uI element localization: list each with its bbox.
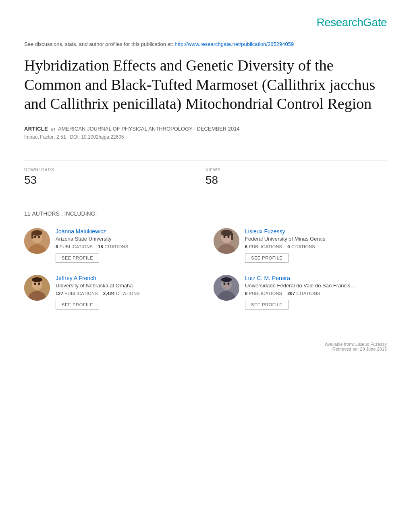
avatar-0: [24, 228, 50, 254]
impact-factor: Impact Factor: 2.51: [24, 134, 66, 140]
retrieved-date: Retrieved on: 29 June 2015: [24, 347, 387, 351]
svg-rect-6: [31, 232, 33, 239]
svg-point-18: [38, 283, 40, 285]
author-institution-2: University of Nebraska at Omaha: [56, 283, 197, 289]
article-title: Hybridization Effects and Genetic Divers…: [24, 56, 387, 114]
see-profile-button-3[interactable]: SEE PROFILE: [245, 300, 289, 310]
author-info-3: Luiz C. M. Pereira Universidade Federal …: [245, 275, 387, 310]
cit-label-0: CITATIONS: [104, 244, 128, 249]
views-value: 58: [206, 174, 387, 187]
svg-point-11: [228, 236, 230, 238]
pub-label-0: PUBLICATIONS: [60, 244, 93, 249]
author-institution-0: Arizona State University: [56, 236, 197, 242]
svg-rect-13: [231, 233, 233, 240]
pub-label-2: PUBLICATIONS: [64, 291, 98, 296]
doi-value: DOI: 10.1002/ajpa.22605: [70, 134, 124, 140]
svg-point-10: [224, 236, 226, 238]
svg-point-26: [224, 285, 228, 287]
svg-point-3: [34, 236, 36, 238]
downloads-value: 53: [24, 174, 206, 187]
svg-point-23: [224, 283, 226, 285]
author-card-1: Lisieux Fuzessy Federal University of Mi…: [214, 228, 387, 263]
author-info-2: Jeffrey A French University of Nebraska …: [56, 275, 197, 310]
cit-count-1: 0: [287, 244, 290, 249]
author-info-1: Lisieux Fuzessy Federal University of Mi…: [245, 228, 387, 263]
author-card-3: Luiz C. M. Pereira Universidade Federal …: [214, 275, 387, 310]
svg-point-12: [221, 230, 232, 236]
impact-doi-row: Impact Factor: 2.51 · DOI: 10.1002/ajpa.…: [24, 134, 387, 140]
pub-count-0: 6: [56, 244, 58, 249]
author-card-2: Jeffrey A French University of Nebraska …: [24, 275, 197, 310]
author-stats-0: 6 PUBLICATIONS 18 CITATIONS: [56, 244, 197, 249]
see-discussions-text: See discussions, stats, and author profi…: [24, 41, 173, 47]
cit-count-0: 18: [98, 244, 103, 249]
authors-label: AUTHORS: [32, 210, 59, 217]
cit-count-3: 207: [287, 291, 295, 296]
downloads-label: DOWNLOADS: [24, 168, 206, 172]
views-label: VIEWS: [206, 168, 387, 172]
see-discussions-bar: See discussions, stats, and author profi…: [24, 41, 387, 47]
avatar-1: [214, 228, 239, 254]
author-stats-1: 6 PUBLICATIONS 0 CITATIONS: [245, 244, 387, 249]
stats-row: DOWNLOADS 53 VIEWS 58: [24, 160, 387, 194]
authors-count: 11: [24, 210, 31, 217]
svg-point-24: [228, 283, 230, 285]
author-institution-1: Federal University of Minas Gerais: [245, 236, 387, 242]
author-card-0: Joanna Malukiewicz Arizona State Univers…: [24, 228, 197, 263]
pub-count-3: 8: [245, 291, 247, 296]
author-info-0: Joanna Malukiewicz Arizona State Univers…: [56, 228, 197, 263]
cit-label-3: CITATIONS: [297, 291, 320, 296]
avatar-2: [24, 275, 50, 301]
pub-label-1: PUBLICATIONS: [249, 244, 282, 249]
see-profile-button-2[interactable]: SEE PROFILE: [56, 300, 99, 310]
author-institution-3: Universidade Federal do Vale do São Fran…: [245, 283, 387, 289]
avatar-3: [214, 275, 239, 301]
authors-suffix: , INCLUDING:: [61, 210, 97, 217]
article-type-label: ARTICLE: [24, 126, 48, 132]
pub-label-3: PUBLICATIONS: [249, 291, 282, 296]
cit-count-2: 2,424: [103, 291, 115, 296]
see-profile-button-0[interactable]: SEE PROFILE: [56, 253, 99, 263]
svg-point-19: [32, 277, 42, 282]
article-meta-row: ARTICLE in AMERICAN JOURNAL OF PHYSICAL …: [24, 126, 387, 132]
svg-point-17: [34, 283, 36, 285]
researchgate-logo: ResearchGate: [316, 16, 387, 29]
see-profile-button-1[interactable]: SEE PROFILE: [245, 253, 289, 263]
authors-grid: Joanna Malukiewicz Arizona State Univers…: [24, 228, 387, 310]
available-from: Available from: Lisieux Fuzessy: [24, 342, 387, 347]
svg-point-25: [221, 277, 232, 282]
pub-count-2: 127: [56, 291, 63, 296]
views-stat: VIEWS 58: [206, 168, 387, 187]
page-header: ResearchGate: [24, 16, 387, 29]
article-date: · DECEMBER 2014: [194, 126, 239, 132]
authors-heading: 11 AUTHORS , INCLUDING:: [24, 210, 387, 217]
downloads-stat: DOWNLOADS 53: [24, 168, 206, 187]
article-journal: AMERICAN JOURNAL OF PHYSICAL ANTHROPOLOG…: [58, 126, 193, 132]
svg-point-4: [38, 236, 40, 238]
pub-count-1: 6: [245, 244, 247, 249]
author-name-0[interactable]: Joanna Malukiewicz: [56, 228, 197, 235]
cit-label-1: CITATIONS: [291, 244, 315, 249]
author-stats-2: 127 PUBLICATIONS 2,424 CITATIONS: [56, 291, 197, 296]
publication-url[interactable]: http://www.researchgate.net/publication/…: [175, 41, 294, 47]
author-stats-3: 8 PUBLICATIONS 207 CITATIONS: [245, 291, 387, 296]
author-name-2[interactable]: Jeffrey A French: [56, 275, 197, 281]
cit-label-2: CITATIONS: [116, 291, 140, 296]
footer-note: Available from: Lisieux Fuzessy Retrieve…: [24, 342, 387, 351]
author-name-3[interactable]: Luiz C. M. Pereira: [245, 275, 387, 281]
author-name-1[interactable]: Lisieux Fuzessy: [245, 228, 387, 235]
article-in-label: in: [51, 126, 55, 132]
